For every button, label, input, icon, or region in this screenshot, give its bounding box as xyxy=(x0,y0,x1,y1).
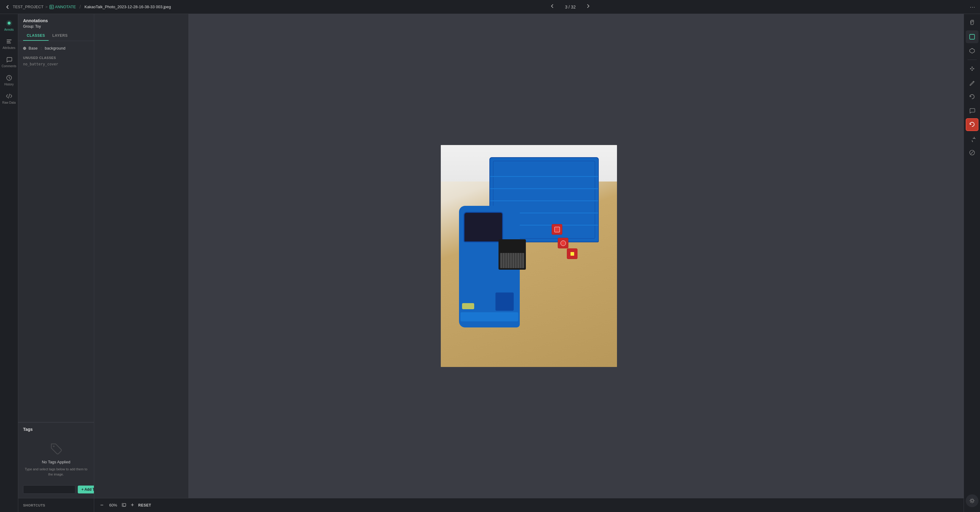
svg-rect-3 xyxy=(7,40,11,40)
unused-class-no-battery-cover: no_battery_cover xyxy=(23,61,89,67)
sidebar-item-attributes[interactable]: Attributes xyxy=(0,35,18,53)
rotate-tool-button[interactable] xyxy=(966,90,978,103)
undo-button[interactable] xyxy=(966,118,978,131)
copy-link-button[interactable] xyxy=(122,502,127,508)
svg-point-2 xyxy=(8,22,11,25)
sidebar-item-raw-data[interactable]: Raw Data xyxy=(0,89,18,108)
class-list: Base : background UNUSED CLASSES no_batt… xyxy=(18,41,94,422)
svg-point-10 xyxy=(970,68,971,69)
svg-rect-9 xyxy=(970,34,975,39)
annotations-header: Annotations Group: Toy xyxy=(18,14,94,31)
unused-classes-label: UNUSED CLASSES xyxy=(23,56,89,60)
red-button-3 xyxy=(567,249,578,259)
tags-section: Tags No Tags Applied Type and select tag… xyxy=(18,422,94,498)
canvas-wrapper[interactable] xyxy=(94,14,964,498)
no-tags-subtitle: Type and select tags below to add them t… xyxy=(23,467,89,477)
svg-point-7 xyxy=(53,446,54,447)
front-bumper xyxy=(461,312,518,321)
history-icon xyxy=(5,74,13,81)
bottom-bar: − 60% + RESET xyxy=(94,498,964,512)
tag-input-row: + Add Tag xyxy=(23,485,89,494)
svg-point-14 xyxy=(972,69,972,69)
svg-rect-4 xyxy=(7,41,10,42)
windshield xyxy=(464,212,503,242)
icon-sidebar: Annots Attributes Comments xyxy=(0,14,18,512)
right-tool-sidebar xyxy=(964,14,980,512)
top-bar-left: TEST_PROJECT > ANNOTATE / KakaoTalk_Phot… xyxy=(5,4,171,10)
attributes-icon xyxy=(5,38,13,45)
top-bar-right: ⋯ xyxy=(970,4,975,10)
tag-input[interactable] xyxy=(23,485,75,494)
polygon-tool-button[interactable] xyxy=(966,45,978,57)
main-layout: Annots Attributes Comments xyxy=(0,14,980,512)
zoom-plus-button[interactable]: + xyxy=(130,502,135,508)
redo-button[interactable] xyxy=(966,132,978,145)
tab-layers[interactable]: LAYERS xyxy=(49,31,72,41)
reset-zoom-button[interactable]: RESET xyxy=(138,503,151,507)
zoom-minus-button[interactable]: − xyxy=(99,502,105,508)
truck-body xyxy=(459,157,599,327)
project-name[interactable]: TEST_PROJECT xyxy=(13,5,43,9)
top-bar: TEST_PROJECT > ANNOTATE / KakaoTalk_Phot… xyxy=(0,0,980,14)
red-button-2 xyxy=(558,238,568,249)
pen-tool-button[interactable] xyxy=(966,76,978,89)
tags-title: Tags xyxy=(23,427,89,432)
top-bar-center: 3 / 32 xyxy=(547,2,594,12)
zoom-level: 60% xyxy=(108,503,119,507)
group-info: Group: Toy xyxy=(23,24,89,29)
image-canvas[interactable] xyxy=(441,145,617,367)
annotation-tabs: CLASSES LAYERS xyxy=(18,31,94,41)
annots-icon xyxy=(5,19,13,27)
breadcrumb-separator: > xyxy=(45,5,48,9)
hand-tool-button[interactable] xyxy=(966,16,978,29)
add-tag-button[interactable]: + Add Tag xyxy=(78,486,94,493)
grill xyxy=(495,292,514,311)
annotate-label: ANNOTATE xyxy=(49,5,76,9)
svg-point-16 xyxy=(971,499,973,502)
breadcrumb: TEST_PROJECT > ANNOTATE xyxy=(13,5,76,9)
class-name-base: Base xyxy=(29,46,38,51)
panel: Annotations Group: Toy CLASSES LAYERS Ba… xyxy=(18,14,94,512)
class-item-base[interactable]: Base : background xyxy=(23,45,89,52)
clear-tool-button[interactable] xyxy=(966,146,978,159)
comments-icon xyxy=(5,56,13,63)
tab-classes[interactable]: CLASSES xyxy=(23,31,49,41)
comment-tool-button[interactable] xyxy=(966,104,978,117)
mechanism xyxy=(498,239,526,270)
svg-point-13 xyxy=(972,70,973,71)
more-button[interactable]: ⋯ xyxy=(970,4,975,10)
sidebar-item-annots[interactable]: Annots xyxy=(0,16,18,35)
red-button-1 xyxy=(552,224,562,235)
annotations-title: Annotations xyxy=(23,18,89,23)
headlight xyxy=(462,303,474,309)
sidebar-item-history[interactable]: History xyxy=(0,71,18,89)
file-name: KakaoTalk_Photo_2023-12-28-16-38-33 003.… xyxy=(84,5,171,9)
ai-tool-button[interactable] xyxy=(966,62,978,75)
svg-rect-8 xyxy=(123,504,126,506)
back-button[interactable] xyxy=(5,4,10,10)
class-dot-base xyxy=(23,47,26,50)
nav-next-button[interactable] xyxy=(583,2,594,12)
canvas-area: − 60% + RESET xyxy=(94,14,964,512)
no-tags-icon xyxy=(49,442,64,457)
raw-data-icon xyxy=(5,93,13,100)
no-tags-area: No Tags Applied Type and select tags bel… xyxy=(23,435,89,482)
sidebar-item-comments[interactable]: Comments xyxy=(0,53,18,71)
no-tags-title: No Tags Applied xyxy=(42,460,70,464)
svg-rect-5 xyxy=(7,43,11,43)
page-indicator: 3 / 32 xyxy=(561,5,579,10)
nav-prev-button[interactable] xyxy=(547,2,557,12)
select-tool-button[interactable] xyxy=(966,30,978,43)
svg-point-11 xyxy=(973,68,974,69)
svg-point-12 xyxy=(972,67,973,68)
class-value-base: background xyxy=(45,46,65,51)
annotations-section: Annotations Group: Toy CLASSES LAYERS Ba… xyxy=(18,14,94,422)
bottom-left-row: SHORTCUTS xyxy=(18,498,94,512)
shortcuts-button[interactable]: SHORTCUTS xyxy=(21,502,47,508)
annotate-icon xyxy=(49,5,54,9)
brightness-button[interactable] xyxy=(966,494,978,507)
